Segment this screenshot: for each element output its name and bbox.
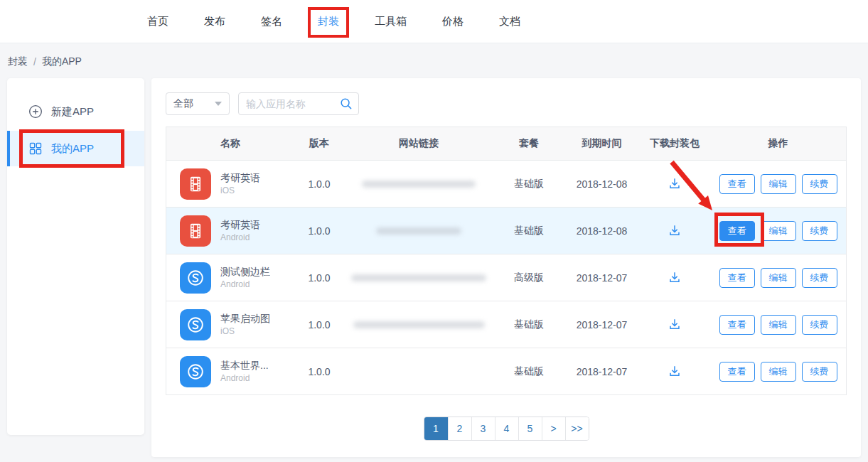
app-version: 1.0.0: [294, 178, 344, 190]
renew-button[interactable]: 续费: [802, 362, 837, 382]
page-3[interactable]: 3: [471, 417, 495, 440]
table-row: 测试侧边栏 Android 1.0.0 高级版 2018-12-07 查看: [166, 254, 846, 301]
table-row: 苹果启动图 iOS 1.0.0 基础版 2018-12-07 查看: [166, 301, 846, 348]
grid-icon: [28, 141, 43, 156]
renew-button[interactable]: 续费: [802, 268, 837, 288]
download-icon[interactable]: [667, 270, 682, 286]
app-icon-film: [180, 215, 211, 247]
download-icon[interactable]: [667, 364, 682, 380]
redacted-link: [351, 274, 486, 281]
app-name: 苹果启动图: [220, 312, 270, 326]
app-expiry: 2018-12-07: [564, 272, 639, 284]
plus-circle-icon: [28, 104, 43, 119]
search-icon[interactable]: [339, 97, 353, 111]
download-icon[interactable]: [667, 317, 682, 333]
sidebar-item-label: 我的APP: [51, 142, 94, 156]
app-icon-s-logo: [180, 262, 211, 294]
sidebar: 新建APP 我的APP: [7, 78, 144, 435]
app-plan: 基础版: [493, 318, 564, 331]
app-icon-film: [180, 168, 211, 200]
app-platform: Android: [220, 372, 269, 384]
main-nav: 首页 发布 签名 封装 工具箱 价格 文档: [0, 0, 868, 43]
col-header-plan: 套餐: [493, 137, 564, 150]
edit-button[interactable]: 编辑: [761, 174, 796, 194]
app-platform: Android: [220, 232, 260, 243]
app-name: 考研英语: [220, 171, 260, 185]
app-plan: 高级版: [493, 272, 564, 284]
app-name: 考研英语: [220, 218, 260, 232]
edit-button[interactable]: 编辑: [761, 221, 796, 241]
app-platform: iOS: [220, 326, 270, 337]
sidebar-item-new-app[interactable]: 新建APP: [7, 94, 144, 129]
sidebar-item-my-app[interactable]: 我的APP: [7, 131, 144, 166]
app-plan: 基础版: [493, 225, 564, 237]
view-button[interactable]: 查看: [719, 362, 755, 382]
app-expiry: 2018-12-07: [564, 366, 639, 377]
app-platform: Android: [220, 279, 270, 290]
edit-button[interactable]: 编辑: [761, 268, 796, 288]
app-icon-s-logo: [180, 309, 211, 340]
renew-button[interactable]: 续费: [802, 315, 837, 335]
app-plan: 基础版: [493, 365, 564, 378]
nav-package[interactable]: 封装: [318, 0, 339, 43]
app-version: 1.0.0: [294, 319, 344, 331]
page-1[interactable]: 1: [424, 417, 448, 440]
app-version: 1.0.0: [294, 225, 344, 237]
download-icon[interactable]: [667, 176, 682, 192]
col-header-version: 版本: [294, 137, 344, 150]
breadcrumb: 封装 / 我的APP: [8, 55, 82, 68]
edit-button[interactable]: 编辑: [761, 362, 796, 382]
col-header-link: 网站链接: [344, 137, 493, 150]
nav-sign[interactable]: 签名: [261, 0, 282, 43]
chevron-down-icon: [215, 102, 222, 106]
nav-price[interactable]: 价格: [442, 0, 464, 43]
sidebar-item-label: 新建APP: [51, 105, 94, 119]
page-next[interactable]: >: [542, 417, 565, 440]
table-row: 基本世界... Android 1.0.0 基础版 2018-12-07 查看: [166, 348, 846, 394]
nav-toolbox[interactable]: 工具箱: [375, 0, 407, 43]
view-button[interactable]: 查看: [719, 315, 755, 335]
search-box: [238, 92, 359, 115]
edit-button[interactable]: 编辑: [761, 315, 796, 335]
redacted-link: [376, 227, 461, 235]
nav-home[interactable]: 首页: [147, 0, 168, 43]
col-header-expiry: 到期时间: [564, 137, 639, 150]
download-icon[interactable]: [667, 223, 682, 239]
col-header-actions: 操作: [710, 137, 846, 150]
app-plan: 基础版: [493, 178, 564, 190]
page-5[interactable]: 5: [518, 417, 542, 440]
renew-button[interactable]: 续费: [802, 174, 837, 194]
main-content: 全部 名称 版本 网站链接 套餐 到期时间 下载封装包 操作: [151, 78, 861, 457]
breadcrumb-my-app: 我的APP: [42, 55, 82, 68]
renew-button[interactable]: 续费: [802, 221, 837, 241]
filter-toolbar: 全部: [166, 92, 847, 115]
view-button-active[interactable]: 查看: [719, 221, 755, 241]
category-select-value: 全部: [173, 97, 193, 110]
category-select[interactable]: 全部: [166, 92, 230, 115]
redacted-link: [353, 321, 485, 328]
table-header-row: 名称 版本 网站链接 套餐 到期时间 下载封装包 操作: [166, 127, 846, 160]
top-header: 首页 发布 签名 封装 工具箱 价格 文档: [0, 0, 868, 43]
nav-docs[interactable]: 文档: [499, 0, 520, 43]
redacted-link: [362, 181, 476, 188]
app-table: 名称 版本 网站链接 套餐 到期时间 下载封装包 操作: [166, 127, 847, 395]
app-icon-s-logo: [180, 356, 211, 387]
app-expiry: 2018-12-08: [564, 178, 639, 190]
page-last[interactable]: >>: [565, 417, 589, 440]
page-2[interactable]: 2: [448, 417, 471, 440]
app-name: 基本世界...: [220, 359, 269, 372]
pagination: 1 2 3 4 5 > >>: [424, 417, 589, 441]
app-expiry: 2018-12-07: [564, 319, 639, 331]
table-row-highlighted: 考研英语 Android 1.0.0 基础版 2018-12-08 查看: [166, 207, 846, 254]
app-name: 测试侧边栏: [220, 265, 270, 279]
breadcrumb-package[interactable]: 封装: [8, 55, 28, 68]
col-header-download: 下载封装包: [639, 137, 710, 150]
app-expiry: 2018-12-08: [564, 225, 639, 237]
page-4[interactable]: 4: [495, 417, 518, 440]
nav-publish[interactable]: 发布: [204, 0, 225, 43]
breadcrumb-separator: /: [33, 56, 36, 68]
view-button[interactable]: 查看: [719, 174, 755, 194]
app-platform: iOS: [220, 185, 260, 196]
app-version: 1.0.0: [294, 272, 344, 284]
view-button[interactable]: 查看: [719, 268, 755, 288]
